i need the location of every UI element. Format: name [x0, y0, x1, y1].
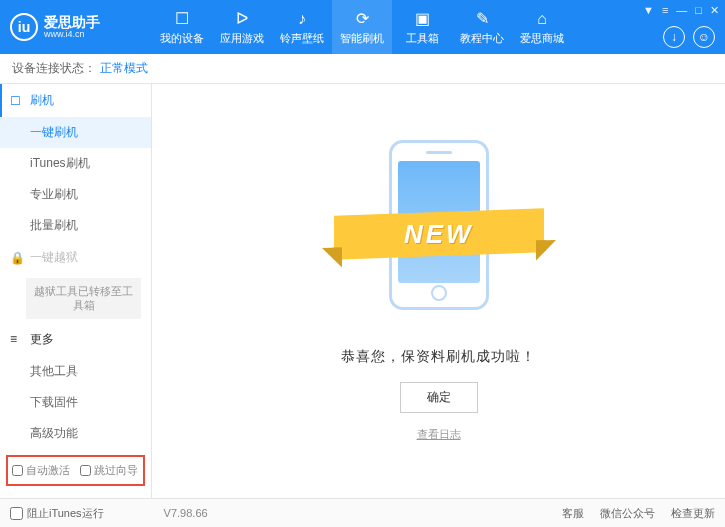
nav-label: 我的设备 — [160, 31, 204, 46]
sidebar-item[interactable]: 下载固件 — [0, 387, 151, 418]
sidebar-item[interactable]: 高级功能 — [0, 418, 151, 449]
jailbreak-note: 越狱工具已转移至工具箱 — [26, 278, 141, 319]
nav-item-2[interactable]: ♪铃声壁纸 — [272, 0, 332, 54]
view-log-link[interactable]: 查看日志 — [417, 427, 461, 442]
logo-icon: iu — [10, 13, 38, 41]
nav-item-3[interactable]: ⟳智能刷机 — [332, 0, 392, 54]
lock-icon: 🔒 — [10, 251, 24, 265]
nav-icon: ⌂ — [537, 9, 547, 29]
logo-area: iu 爱思助手 www.i4.cn — [0, 13, 152, 41]
sidebar-item[interactable]: 批量刷机 — [0, 210, 151, 241]
nav-icon: ☐ — [175, 9, 189, 29]
window-controls: ▼ ≡ — □ ✕ — [643, 4, 719, 17]
sidebar: ☐ 刷机 一键刷机iTunes刷机专业刷机批量刷机 🔒 一键越狱 越狱工具已转移… — [0, 84, 152, 498]
download-button[interactable]: ↓ — [663, 26, 685, 48]
nav-item-5[interactable]: ✎教程中心 — [452, 0, 512, 54]
checkbox-label: 自动激活 — [26, 463, 70, 478]
auto-activate-checkbox[interactable]: 自动激活 — [12, 463, 70, 478]
checkbox-input[interactable] — [10, 507, 23, 520]
dropdown-icon[interactable]: ▼ — [643, 4, 654, 17]
success-illustration: NEW — [339, 140, 539, 330]
nav-label: 铃声壁纸 — [280, 31, 324, 46]
checkbox-input[interactable] — [80, 465, 91, 476]
nav-item-4[interactable]: ▣工具箱 — [392, 0, 452, 54]
nav-label: 工具箱 — [406, 31, 439, 46]
ok-button[interactable]: 确定 — [400, 382, 478, 413]
more-icon: ≡ — [10, 332, 24, 346]
nav-label: 应用游戏 — [220, 31, 264, 46]
sidebar-cat-flash[interactable]: ☐ 刷机 — [0, 84, 151, 117]
nav-item-1[interactable]: ᐅ应用游戏 — [212, 0, 272, 54]
block-itunes-checkbox[interactable]: 阻止iTunes运行 — [10, 506, 104, 521]
sidebar-cat-label: 更多 — [30, 331, 54, 348]
footer-link-update[interactable]: 检查更新 — [671, 506, 715, 521]
app-header: iu 爱思助手 www.i4.cn ☐我的设备ᐅ应用游戏♪铃声壁纸⟳智能刷机▣工… — [0, 0, 725, 54]
sidebar-item[interactable]: 专业刷机 — [0, 179, 151, 210]
skip-guide-checkbox[interactable]: 跳过向导 — [80, 463, 138, 478]
app-title: 爱思助手 — [44, 15, 100, 29]
nav-label: 教程中心 — [460, 31, 504, 46]
nav-icon: ♪ — [298, 9, 306, 29]
minimize-icon[interactable]: — — [676, 4, 687, 17]
ribbon-text: NEW — [404, 219, 474, 250]
header-round-buttons: ↓ ☺ — [663, 26, 715, 48]
close-icon[interactable]: ✕ — [710, 4, 719, 17]
sidebar-item[interactable]: 一键刷机 — [0, 117, 151, 148]
maximize-icon[interactable]: □ — [695, 4, 702, 17]
sidebar-cat-more[interactable]: ≡ 更多 — [0, 323, 151, 356]
sidebar-item[interactable]: iTunes刷机 — [0, 148, 151, 179]
nav-icon: ⟳ — [356, 9, 369, 29]
checkbox-input[interactable] — [12, 465, 23, 476]
nav-label: 爱思商城 — [520, 31, 564, 46]
sidebar-cat-jailbreak: 🔒 一键越狱 — [0, 241, 151, 274]
nav-icon: ᐅ — [236, 9, 248, 29]
sidebar-cat-label: 一键越狱 — [30, 249, 78, 266]
nav-icon: ▣ — [415, 9, 430, 29]
version-text: V7.98.66 — [164, 507, 208, 519]
status-value: 正常模式 — [100, 60, 148, 77]
sidebar-cat-label: 刷机 — [30, 92, 54, 109]
menu-icon[interactable]: ≡ — [662, 4, 668, 17]
user-button[interactable]: ☺ — [693, 26, 715, 48]
checkbox-label: 跳过向导 — [94, 463, 138, 478]
app-site: www.i4.cn — [44, 29, 100, 40]
nav-item-0[interactable]: ☐我的设备 — [152, 0, 212, 54]
nav-item-6[interactable]: ⌂爱思商城 — [512, 0, 572, 54]
options-highlight-box: 自动激活 跳过向导 — [6, 455, 145, 486]
footer-bar: 阻止iTunes运行 V7.98.66 客服 微信公众号 检查更新 — [0, 498, 725, 527]
nav-icon: ✎ — [476, 9, 489, 29]
flash-icon: ☐ — [10, 94, 24, 108]
main-content: NEW 恭喜您，保资料刷机成功啦！ 确定 查看日志 — [152, 84, 725, 498]
sidebar-item[interactable]: 其他工具 — [0, 356, 151, 387]
success-message: 恭喜您，保资料刷机成功啦！ — [341, 348, 536, 366]
nav-label: 智能刷机 — [340, 31, 384, 46]
checkbox-label: 阻止iTunes运行 — [27, 506, 104, 521]
new-ribbon: NEW — [334, 208, 544, 259]
status-bar: 设备连接状态： 正常模式 — [0, 54, 725, 84]
top-nav: ☐我的设备ᐅ应用游戏♪铃声壁纸⟳智能刷机▣工具箱✎教程中心⌂爱思商城 — [152, 0, 572, 54]
footer-link-wechat[interactable]: 微信公众号 — [600, 506, 655, 521]
footer-link-support[interactable]: 客服 — [562, 506, 584, 521]
status-label: 设备连接状态： — [12, 60, 96, 77]
